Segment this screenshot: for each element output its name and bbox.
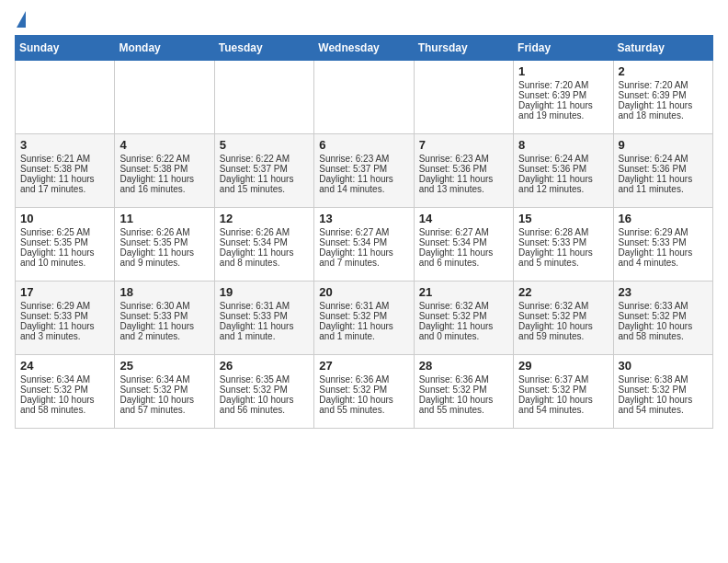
day-info: Daylight: 11 hours and 2 minutes. [119, 321, 209, 341]
calendar-cell: 25Sunrise: 6:34 AMSunset: 5:32 PMDayligh… [115, 355, 214, 429]
calendar-cell: 22Sunrise: 6:32 AMSunset: 5:32 PMDayligh… [514, 282, 613, 355]
day-info: Sunrise: 6:36 AM [319, 374, 408, 385]
day-info: Sunrise: 6:23 AM [419, 154, 508, 164]
col-header-saturday: Saturday [613, 36, 712, 61]
calendar-cell: 13Sunrise: 6:27 AMSunset: 5:34 PMDayligh… [314, 208, 414, 282]
day-info: Sunrise: 6:27 AM [319, 227, 408, 237]
day-info: Sunrise: 6:23 AM [319, 154, 408, 164]
day-info: Sunset: 5:32 PM [319, 311, 408, 321]
day-number: 25 [119, 359, 209, 373]
day-info: Daylight: 11 hours and 4 minutes. [619, 247, 708, 268]
calendar-cell [115, 61, 214, 134]
day-info: Sunrise: 6:21 AM [20, 154, 109, 164]
calendar-cell: 28Sunrise: 6:36 AMSunset: 5:32 PMDayligh… [414, 355, 513, 429]
day-info: Sunrise: 6:34 AM [20, 374, 109, 385]
calendar-cell: 27Sunrise: 6:36 AMSunset: 5:32 PMDayligh… [314, 355, 414, 429]
day-info: Daylight: 10 hours and 58 minutes. [619, 321, 708, 341]
day-info: Daylight: 11 hours and 16 minutes. [119, 174, 209, 194]
day-number: 13 [319, 212, 408, 225]
day-info: Daylight: 11 hours and 1 minute. [220, 321, 309, 341]
day-number: 26 [220, 359, 309, 373]
calendar-cell: 15Sunrise: 6:28 AMSunset: 5:33 PMDayligh… [514, 208, 613, 282]
day-number: 8 [518, 138, 608, 152]
day-info: Sunrise: 6:38 AM [619, 374, 708, 385]
day-number: 16 [619, 212, 708, 225]
day-info: Sunrise: 6:28 AM [518, 227, 608, 237]
day-info: Sunrise: 6:34 AM [119, 374, 209, 385]
calendar-cell: 7Sunrise: 6:23 AMSunset: 5:36 PMDaylight… [414, 134, 513, 208]
calendar-cell: 1Sunrise: 7:20 AMSunset: 6:39 PMDaylight… [514, 61, 613, 134]
day-info: Sunset: 5:36 PM [619, 164, 708, 174]
day-info: Sunrise: 6:32 AM [419, 301, 508, 311]
day-info: Daylight: 11 hours and 1 minute. [319, 321, 408, 341]
day-number: 4 [119, 138, 209, 152]
day-info: Daylight: 11 hours and 5 minutes. [518, 247, 608, 268]
day-info: Sunset: 5:34 PM [319, 237, 408, 247]
day-info: Sunrise: 6:29 AM [20, 301, 109, 311]
day-info: Sunrise: 6:30 AM [119, 301, 209, 311]
day-info: Sunset: 5:32 PM [518, 311, 608, 321]
day-info: Sunset: 5:33 PM [619, 237, 708, 247]
day-info: Sunrise: 6:24 AM [619, 154, 708, 164]
calendar-cell: 3Sunrise: 6:21 AMSunset: 5:38 PMDaylight… [16, 134, 115, 208]
calendar-cell [314, 61, 414, 134]
day-info: Daylight: 11 hours and 12 minutes. [518, 174, 608, 194]
day-info: Sunset: 5:32 PM [319, 385, 408, 395]
day-info: Sunrise: 6:37 AM [518, 374, 608, 385]
day-info: Sunset: 5:38 PM [119, 164, 209, 174]
calendar-cell: 9Sunrise: 6:24 AMSunset: 5:36 PMDaylight… [613, 134, 712, 208]
calendar-cell: 8Sunrise: 6:24 AMSunset: 5:36 PMDaylight… [514, 134, 613, 208]
col-header-friday: Friday [514, 36, 613, 61]
day-info: Daylight: 11 hours and 7 minutes. [319, 247, 408, 268]
day-number: 18 [119, 285, 209, 299]
day-info: Sunrise: 6:26 AM [220, 227, 309, 237]
day-info: Daylight: 10 hours and 56 minutes. [220, 395, 309, 415]
calendar-cell [214, 61, 313, 134]
calendar-cell: 2Sunrise: 7:20 AMSunset: 6:39 PMDaylight… [613, 61, 712, 134]
day-info: Sunset: 5:32 PM [518, 385, 608, 395]
calendar-cell: 21Sunrise: 6:32 AMSunset: 5:32 PMDayligh… [414, 282, 513, 355]
day-info: Sunrise: 6:25 AM [20, 227, 109, 237]
calendar-cell: 19Sunrise: 6:31 AMSunset: 5:33 PMDayligh… [214, 282, 313, 355]
day-info: Daylight: 10 hours and 59 minutes. [518, 321, 608, 341]
col-header-sunday: Sunday [16, 36, 115, 61]
day-info: Daylight: 10 hours and 54 minutes. [518, 395, 608, 415]
day-info: Sunset: 5:32 PM [619, 385, 708, 395]
calendar-cell: 5Sunrise: 6:22 AMSunset: 5:37 PMDaylight… [214, 134, 313, 208]
day-info: Sunrise: 6:24 AM [518, 154, 608, 164]
day-info: Sunrise: 6:31 AM [220, 301, 309, 311]
day-info: Sunset: 5:33 PM [220, 311, 309, 321]
day-number: 9 [619, 138, 708, 152]
day-info: Sunset: 5:32 PM [119, 385, 209, 395]
calendar-cell: 16Sunrise: 6:29 AMSunset: 5:33 PMDayligh… [613, 208, 712, 282]
calendar-cell: 12Sunrise: 6:26 AMSunset: 5:34 PMDayligh… [214, 208, 313, 282]
day-info: Sunrise: 6:26 AM [119, 227, 209, 237]
day-info: Sunrise: 6:33 AM [619, 301, 708, 311]
day-number: 28 [419, 359, 508, 373]
day-info: Sunset: 6:39 PM [619, 90, 708, 100]
day-info: Daylight: 10 hours and 55 minutes. [419, 395, 508, 415]
day-info: Daylight: 11 hours and 17 minutes. [20, 174, 109, 194]
day-info: Sunrise: 6:32 AM [518, 301, 608, 311]
day-info: Sunset: 5:35 PM [20, 237, 109, 247]
logo-triangle-icon [17, 11, 26, 28]
day-info: Sunrise: 6:31 AM [319, 301, 408, 311]
col-header-thursday: Thursday [414, 36, 513, 61]
page-header [15, 15, 713, 28]
day-info: Daylight: 11 hours and 13 minutes. [419, 174, 508, 194]
day-info: Sunset: 5:38 PM [20, 164, 109, 174]
calendar-cell: 30Sunrise: 6:38 AMSunset: 5:32 PMDayligh… [613, 355, 712, 429]
day-info: Sunset: 5:36 PM [419, 164, 508, 174]
day-info: Daylight: 11 hours and 9 minutes. [119, 247, 209, 268]
day-info: Sunrise: 6:35 AM [220, 374, 309, 385]
day-info: Sunset: 5:34 PM [419, 237, 508, 247]
day-number: 20 [319, 285, 408, 299]
col-header-monday: Monday [115, 36, 214, 61]
col-header-tuesday: Tuesday [214, 36, 313, 61]
day-number: 7 [419, 138, 508, 152]
calendar-cell: 18Sunrise: 6:30 AMSunset: 5:33 PMDayligh… [115, 282, 214, 355]
calendar-cell: 10Sunrise: 6:25 AMSunset: 5:35 PMDayligh… [16, 208, 115, 282]
calendar-cell: 29Sunrise: 6:37 AMSunset: 5:32 PMDayligh… [514, 355, 613, 429]
day-info: Sunset: 5:37 PM [319, 164, 408, 174]
day-info: Sunrise: 6:27 AM [419, 227, 508, 237]
